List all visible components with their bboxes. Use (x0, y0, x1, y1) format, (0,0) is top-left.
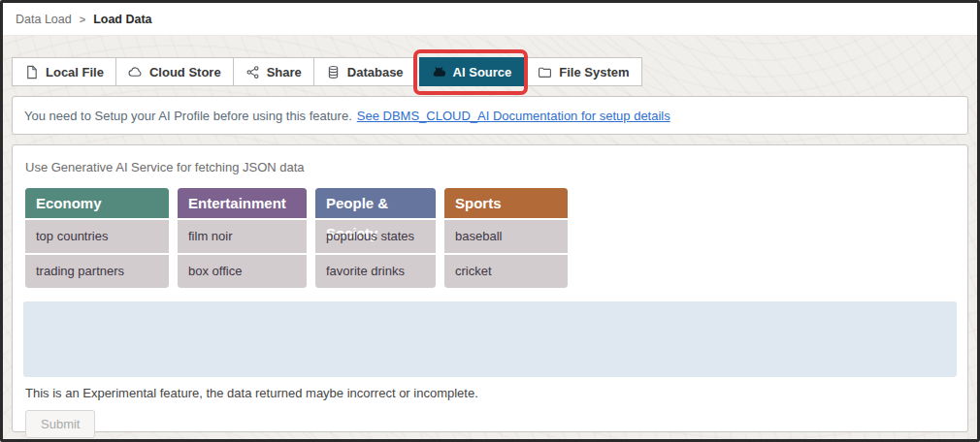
category-header: Economy (25, 188, 169, 218)
category-card-economy: Economy top countries trading partners (25, 188, 169, 288)
tab-label: Local File (46, 65, 104, 79)
category-header: People & Society (315, 188, 436, 218)
breadcrumb-separator: > (80, 14, 85, 25)
ai-source-panel: Use Generative AI Service for fetching J… (12, 144, 968, 432)
suggestion-item[interactable]: baseball (444, 220, 568, 253)
ai-prompt-input[interactable] (23, 301, 957, 377)
suggestion-item[interactable]: cricket (444, 255, 568, 288)
suggestion-item[interactable]: box office (178, 255, 307, 288)
tab-ai-source[interactable]: AI Source (419, 57, 525, 86)
panel-heading: Use Generative AI Service for fetching J… (25, 160, 957, 174)
load-data-tabbar: Local File Cloud Store Share Database AI… (12, 57, 969, 86)
tab-label: AI Source (453, 65, 512, 79)
tab-label: Database (347, 65, 404, 79)
file-icon (24, 65, 39, 79)
tab-file-system[interactable]: File System (525, 57, 641, 86)
tab-cloud-store[interactable]: Cloud Store (115, 57, 234, 86)
dbms-cloud-ai-doc-link[interactable]: See DBMS_CLOUD_AI Documentation for setu… (357, 109, 670, 123)
category-card-entertainment: Entertainment film noir box office (178, 188, 307, 288)
suggestion-item[interactable]: favorite drinks (315, 255, 436, 288)
database-icon (326, 65, 341, 79)
category-header: Sports (444, 188, 568, 218)
ai-cloud-icon (432, 65, 446, 79)
breadcrumb-current: Load Data (93, 13, 151, 26)
folder-icon (538, 65, 552, 79)
breadcrumb: Data Load > Load Data (3, 3, 977, 36)
suggestion-item[interactable]: film noir (178, 220, 307, 253)
tab-share[interactable]: Share (233, 57, 314, 86)
tab-local-file[interactable]: Local File (12, 57, 116, 86)
notice-text: You need to Setup your AI Profile before… (24, 109, 352, 123)
share-icon (245, 65, 260, 79)
suggestion-cards: Economy top countries trading partners E… (25, 188, 957, 288)
category-header: Entertainment (178, 188, 307, 218)
category-card-sports: Sports baseball cricket (444, 188, 568, 288)
breadcrumb-parent[interactable]: Data Load (16, 13, 72, 26)
tab-label: File System (559, 65, 629, 79)
experimental-disclaimer: This is an Experimental feature, the dat… (25, 386, 957, 400)
tab-database[interactable]: Database (313, 57, 416, 86)
suggestion-item[interactable]: top countries (25, 220, 169, 253)
tab-label: Cloud Store (149, 65, 221, 79)
suggestion-item[interactable]: populous states (315, 220, 436, 253)
tab-label: Share (267, 65, 302, 79)
data-load-screen: Data Load > Load Data Local File Cloud S… (0, 0, 980, 442)
ai-profile-notice: You need to Setup your AI Profile before… (12, 96, 968, 135)
cloud-icon (128, 65, 143, 79)
submit-button[interactable]: Submit (25, 410, 95, 438)
category-card-people-society: People & Society populous states favorit… (315, 188, 436, 288)
suggestion-item[interactable]: trading partners (25, 255, 169, 288)
